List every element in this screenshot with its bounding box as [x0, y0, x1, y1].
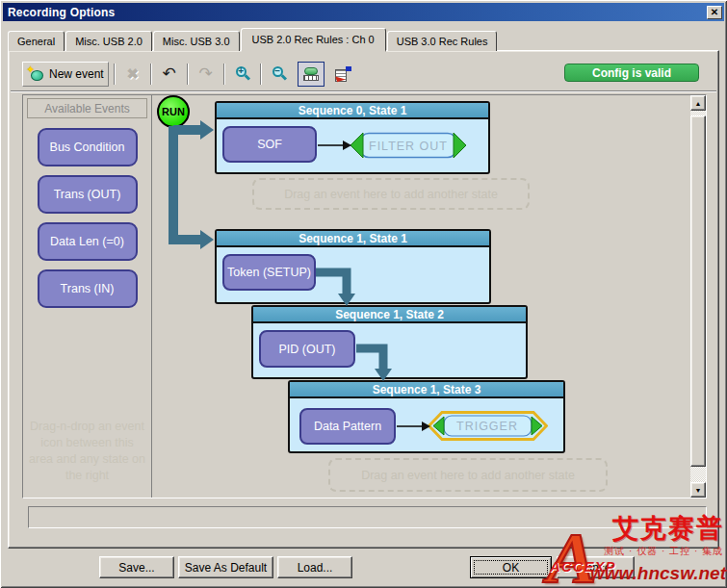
sequence-title: Sequence 1, State 1	[217, 231, 489, 247]
properties-button[interactable]	[330, 62, 356, 87]
status-strip	[28, 506, 707, 528]
action-filter-out[interactable]: FILTER OUT	[351, 132, 466, 159]
timeline-view-button[interactable]	[298, 62, 325, 87]
tab-strip: General Misc. USB 2.0 Misc. USB 3.0 USB …	[8, 29, 498, 51]
zoom-out-button[interactable]: −	[267, 62, 292, 87]
toolbar-separator	[150, 64, 152, 85]
new-event-icon: ✦	[27, 66, 44, 82]
scrollbar-thumb[interactable]	[690, 115, 706, 467]
status-badge: Config is valid	[564, 64, 699, 82]
save-as-default-button[interactable]: Save As Default	[178, 556, 273, 578]
node-data-pattern[interactable]: Data Pattern	[299, 408, 396, 445]
delete-icon: ✖	[126, 65, 139, 83]
undo-button[interactable]: ↶	[157, 62, 182, 87]
redo-icon: ↷	[199, 65, 213, 82]
new-event-label: New event	[49, 67, 104, 81]
available-events-header: Available Events	[27, 98, 147, 118]
save-button[interactable]: Save...	[99, 556, 174, 578]
vertical-scrollbar[interactable]: ▲ ▼	[690, 95, 706, 498]
title-bar[interactable]: Recording Options ✕	[3, 3, 724, 21]
tab-misc-usb-2[interactable]: Misc. USB 2.0	[65, 31, 152, 51]
sequence-diagram: RUN Sequence 0, State 1 Drag an event he…	[152, 95, 706, 498]
tab-misc-usb-3[interactable]: Misc. USB 3.0	[153, 31, 240, 51]
scroll-up-icon: ▲	[695, 100, 702, 107]
scroll-down-button[interactable]: ▼	[690, 482, 706, 498]
close-button[interactable]: ✕	[707, 6, 722, 19]
scroll-down-icon: ▼	[695, 487, 702, 494]
node-token-setup[interactable]: Token (SETUP)	[222, 254, 316, 291]
zoom-out-icon: −	[272, 66, 287, 82]
tab-usb2-rec-rules[interactable]: USB 2.0 Rec Rules : Ch 0	[241, 28, 386, 52]
drop-zone[interactable]: Drag an event here to add another state	[252, 178, 530, 210]
recording-options-dialog: Recording Options ✕ General Misc. USB 2.…	[0, 0, 727, 588]
focus-rect	[474, 560, 548, 575]
event-trans-in[interactable]: Trans (IN)	[38, 269, 138, 308]
available-events-panel: Available Events Bus Condition Trans (OU…	[23, 95, 152, 498]
main-area: Available Events Bus Condition Trans (OU…	[22, 94, 707, 499]
toolbar-separator	[114, 64, 116, 85]
node-pid-out[interactable]: PID (OUT)	[259, 330, 355, 368]
timeline-icon	[302, 67, 320, 81]
run-node[interactable]: RUN	[157, 95, 190, 128]
zoom-in-button[interactable]: +	[230, 62, 255, 87]
event-trans-out[interactable]: Trans (OUT)	[38, 175, 138, 214]
action-trigger[interactable]: TRIGGER	[428, 411, 548, 441]
node-sof[interactable]: SOF	[222, 126, 317, 163]
event-bus-condition[interactable]: Bus Condition	[38, 128, 138, 166]
toolbar: ✦ New event ✖ ↶ ↷ +	[16, 58, 711, 89]
tab-usb3-rec-rules[interactable]: USB 3.0 Rec Rules	[387, 31, 498, 51]
toolbar-divider	[11, 90, 716, 92]
new-event-button[interactable]: ✦ New event	[22, 62, 109, 87]
delete-event-button[interactable]: ✖	[120, 62, 145, 87]
toolbar-separator	[260, 64, 262, 85]
drop-zone[interactable]: Drag an event here to add another state	[328, 458, 608, 492]
trigger-label: TRIGGER	[456, 420, 518, 433]
load-button[interactable]: Load...	[277, 556, 352, 578]
toolbar-separator	[223, 64, 225, 85]
properties-icon	[335, 66, 351, 82]
scroll-up-button[interactable]: ▲	[690, 95, 706, 111]
ok-button[interactable]: OK	[470, 556, 552, 578]
sequence-title: Sequence 0, State 1	[217, 103, 488, 119]
tab-general[interactable]: General	[8, 31, 65, 51]
redo-button[interactable]: ↷	[194, 62, 219, 87]
drag-drop-hint: Drag-n-drop an event icon between this a…	[27, 419, 147, 484]
sequence-title: Sequence 1, State 2	[253, 307, 526, 323]
cancel-button[interactable]: Cancel	[557, 556, 635, 578]
undo-icon: ↶	[163, 65, 176, 82]
toolbar-separator	[187, 64, 189, 85]
tab-page: ✦ New event ✖ ↶ ↷ +	[8, 50, 719, 549]
zoom-in-icon: +	[235, 66, 250, 82]
close-icon: ✕	[711, 8, 718, 17]
window-title: Recording Options	[8, 6, 707, 19]
sequence-title: Sequence 1, State 3	[290, 382, 563, 398]
filter-out-label: FILTER OUT	[369, 140, 448, 153]
event-data-len[interactable]: Data Len (=0)	[38, 222, 138, 261]
